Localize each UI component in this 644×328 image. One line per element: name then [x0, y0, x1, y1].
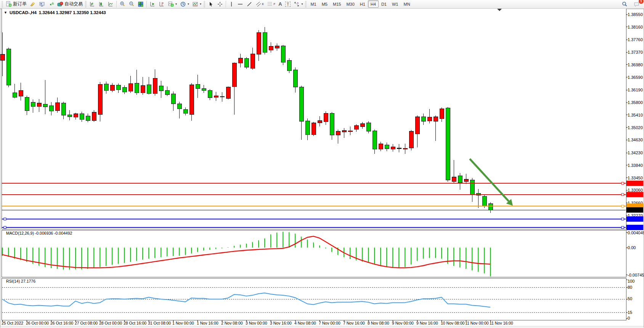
svg-text:1.33450: 1.33450: [628, 176, 643, 180]
channel-e-glyph: E: [262, 2, 264, 6]
svg-text:31 Oct 08:00: 31 Oct 08:00: [148, 321, 171, 325]
svg-text:RSI(14) 27.1776: RSI(14) 27.1776: [6, 279, 35, 283]
new-chart-button[interactable]: [148, 0, 157, 8]
shapes-button[interactable]: ▾: [292, 0, 304, 8]
new-order-button[interactable]: 新订单: [4, 0, 28, 8]
label-button[interactable]: T: [284, 0, 292, 8]
styler-button[interactable]: [28, 0, 37, 8]
svg-text:1 Nov 16:00: 1 Nov 16:00: [197, 321, 218, 325]
autotrading-icon: [57, 1, 63, 7]
fibo-f-glyph: F: [273, 2, 275, 6]
cursor-button[interactable]: [206, 0, 215, 8]
toolbar-grip[interactable]: [204, 1, 205, 7]
zoom-out-button[interactable]: [127, 0, 136, 8]
svg-text:26 Oct 16:00: 26 Oct 16:00: [50, 321, 73, 325]
svg-text:26 Oct 00:00: 26 Oct 00:00: [26, 321, 49, 325]
fibonacci-button[interactable]: F: [265, 0, 277, 8]
tile-windows-icon: [138, 1, 144, 7]
text-button[interactable]: A: [277, 0, 283, 8]
svg-text:80: 80: [628, 285, 632, 290]
svg-text:1.34230: 1.34230: [628, 150, 643, 155]
hline-handle[interactable]: [622, 194, 624, 196]
svg-text:8 Nov 08:00: 8 Nov 08:00: [368, 321, 389, 325]
svg-text:1.38550: 1.38550: [628, 12, 643, 17]
autotrading-button[interactable]: 自动交易: [56, 0, 84, 8]
svg-text:-0.007459: -0.007459: [628, 273, 644, 277]
chart-canvas[interactable]: MACD(12,26,9) -0.006936 -0.004492RSI(14)…: [0, 9, 644, 328]
line-chart-icon: [108, 1, 114, 7]
toolbar-grip[interactable]: [305, 1, 307, 7]
equidistant-channel-icon: [255, 1, 262, 7]
styler-icon: [30, 1, 36, 7]
tf-m1-button[interactable]: M1: [308, 0, 319, 8]
notification-badge: 1: [639, 0, 644, 4]
new-chart-icon: [149, 1, 156, 7]
line-chart-button[interactable]: [106, 0, 115, 8]
tf-m15-button[interactable]: M15: [330, 0, 344, 8]
crosshair-icon: [217, 1, 223, 7]
indicators-button[interactable]: ▾: [166, 0, 178, 8]
hline-handle[interactable]: [622, 218, 624, 220]
profile-button[interactable]: [37, 0, 47, 8]
auto-trading-label: 自动交易: [64, 1, 83, 7]
tf-w1-button[interactable]: W1: [389, 0, 401, 8]
svg-text:7 Nov 00:00: 7 Nov 00:00: [319, 321, 340, 325]
search-button[interactable]: [620, 0, 629, 8]
tf-m30-button[interactable]: M30: [344, 0, 357, 8]
tf-h1-button[interactable]: H1: [357, 0, 368, 8]
trendline-icon: [246, 1, 252, 7]
zoom-in-button[interactable]: [118, 0, 127, 8]
svg-text:9 Nov 16:00: 9 Nov 16:00: [416, 321, 438, 325]
chart-shift-button[interactable]: [157, 0, 166, 8]
periods-caret-icon: ▾: [188, 2, 189, 6]
trendline-button[interactable]: [245, 0, 254, 8]
svg-text:9 Nov 00:00: 9 Nov 00:00: [392, 321, 414, 325]
tf-h4-button[interactable]: H4: [368, 0, 379, 8]
zoom-in-icon: [119, 1, 125, 7]
tf-mn-button[interactable]: MN: [401, 0, 413, 8]
toolbar-grip[interactable]: [85, 1, 87, 7]
svg-text:1.36190: 1.36190: [628, 88, 643, 92]
svg-text:1.37370: 1.37370: [628, 50, 643, 54]
templates-button[interactable]: ▾: [191, 0, 203, 8]
chart-window: MACD(12,26,9) -0.006936 -0.004492RSI(14)…: [0, 9, 644, 328]
chart-symbol-period: USDCAD-,H4: [10, 10, 37, 15]
tile-windows-button[interactable]: [136, 0, 145, 8]
hline-handle[interactable]: [622, 182, 624, 184]
hline-handle[interactable]: [4, 226, 6, 229]
svg-text:4 Nov 08:00: 4 Nov 08:00: [294, 321, 316, 325]
horizontal-line-button[interactable]: [236, 0, 245, 8]
notifications-button[interactable]: 1: [632, 0, 642, 8]
hline-handle[interactable]: [622, 226, 624, 229]
toolbar-separator: [116, 1, 117, 8]
label-tool-icon: T: [285, 2, 291, 7]
chart-title: ▼ USDCAD-,H4 1.32644 1.32987 1.32350 1.3…: [4, 10, 106, 15]
hline-handle[interactable]: [622, 205, 624, 207]
candlestick-button[interactable]: [97, 0, 106, 8]
fibonacci-icon: [267, 1, 273, 7]
signals-button[interactable]: [47, 0, 56, 8]
templates-icon: [192, 1, 198, 7]
svg-text:MACD(12,26,9) -0.006936 -0.004: MACD(12,26,9) -0.006936 -0.004492: [6, 231, 72, 235]
hline-handle[interactable]: [4, 218, 6, 220]
mt4-terminal: 新订单: [0, 0, 644, 328]
periods-clock-icon: [180, 1, 186, 7]
chart-title-caret-icon[interactable]: ▼: [4, 11, 7, 14]
toolbar-grip[interactable]: [2, 1, 3, 7]
svg-text:11 Nov 16:00: 11 Nov 16:00: [490, 321, 513, 325]
svg-text:0.004049: 0.004049: [628, 230, 644, 235]
channel-button[interactable]: E: [254, 0, 265, 8]
tf-m5-button[interactable]: M5: [319, 0, 330, 8]
svg-text:1.38160: 1.38160: [628, 25, 643, 29]
candlestick-icon: [98, 1, 104, 7]
crosshair-button[interactable]: [215, 0, 225, 8]
vertical-line-button[interactable]: [227, 0, 236, 8]
bar-chart-button[interactable]: [88, 0, 97, 8]
svg-text:50: 50: [628, 296, 632, 301]
svg-text:1.36590: 1.36590: [628, 75, 643, 80]
bar-chart-icon: [89, 1, 95, 7]
periods-button[interactable]: ▾: [178, 0, 191, 8]
tf-d1-button[interactable]: D1: [379, 0, 389, 8]
svg-text:1.34630: 1.34630: [628, 138, 643, 142]
search-icon: [622, 1, 628, 7]
